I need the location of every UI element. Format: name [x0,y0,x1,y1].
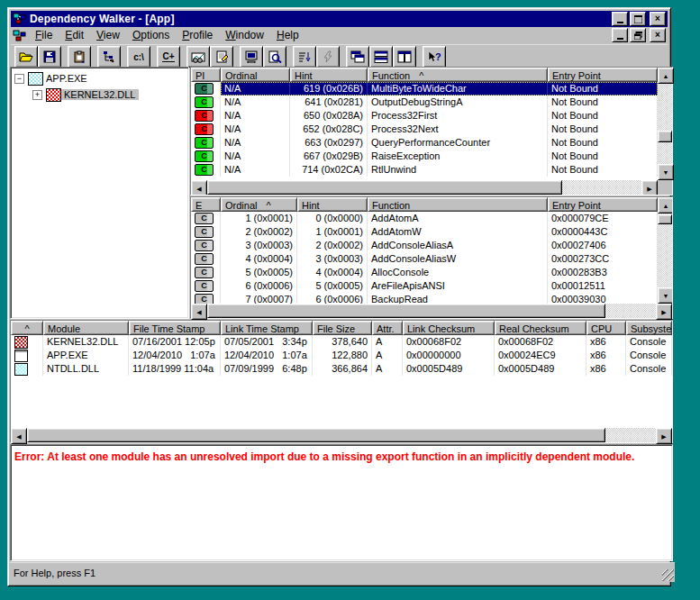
tile-horizontal-button[interactable] [369,46,393,68]
mdi-close-button[interactable]: × [650,28,666,42]
scroll-down-button[interactable]: ▼ [658,164,674,180]
import-rows: N/A619 (0x026B)MultiByteToWideCharNot Bo… [191,82,658,180]
scroll-left-button[interactable]: ◀ [191,304,207,320]
scroll-up-button[interactable]: ▲ [658,197,672,214]
module-row[interactable]: NTDLL.DLL 11/18/1999 11:04a 07/09/1999 6… [11,362,672,376]
horizontal-scrollbar-thumb[interactable] [207,304,605,318]
column-header-link-time-stamp[interactable]: Link Time Stamp [221,321,313,335]
import-row[interactable]: N/A714 (0x02CA)RtlUnwindNot Bound [191,163,658,177]
cascade-windows-button[interactable] [346,46,369,68]
collapse-expander-icon[interactable]: − [14,74,24,84]
export-row[interactable]: 4 (0x0004)3 (0x0003)AddConsoleAliasW0x00… [191,252,658,266]
minimize-button[interactable] [612,12,628,26]
export-row[interactable]: 2 (0x0002)1 (0x0001)AddAtomW0x0000443C [191,225,658,239]
menu-profile[interactable]: Profile [176,28,219,43]
module-row[interactable]: APP.EXE 12/04/2010 1:07a 12/04/2010 1:07… [11,349,672,362]
column-header-link-checksum[interactable]: Link Checksum [403,321,495,335]
close-button[interactable]: × [650,12,666,26]
open-button[interactable] [14,46,38,68]
column-header-ordinal[interactable]: Ordinal^ [221,197,297,212]
column-header-module[interactable]: Module [43,321,129,335]
column-header-attr[interactable]: Attr. [372,321,403,335]
module-horizontal-scrollbar[interactable]: ◀ ▶ [11,428,672,442]
menu-options[interactable]: Options [126,28,176,43]
module-header-row: ^ Module File Time Stamp Link Time Stamp… [11,321,672,335]
export-horizontal-scrollbar[interactable]: ◀ ▶ [191,304,672,318]
search-button[interactable] [263,46,286,68]
sort-button[interactable] [293,46,316,68]
vertical-scrollbar-thumb[interactable] [658,214,672,224]
title-bar[interactable]: Dependency Walker - [App] × [11,11,668,27]
module-row[interactable]: KERNEL32.DLL 07/16/2001 12:05p 07/05/200… [11,335,672,349]
properties-button[interactable] [210,46,233,68]
menu-help[interactable]: Help [270,28,305,43]
export-row[interactable]: 3 (0x0003)2 (0x0002)AddConsoleAliasA0x00… [191,239,658,252]
import-row[interactable]: N/A667 (0x029B)RaiseExceptionNot Bound [191,150,658,163]
column-header-ordinal[interactable]: Ordinal [221,68,290,82]
scroll-left-button[interactable]: ◀ [11,428,27,444]
column-header-hint[interactable]: Hint [297,197,368,212]
expand-expander-icon[interactable]: + [32,90,42,100]
import-horizontal-scrollbar[interactable]: ◀ ▶ [191,180,658,195]
column-header-file-size[interactable]: File Size [313,321,372,335]
column-header-subsystem[interactable]: Subsystem [626,321,672,335]
column-header-entry-point[interactable]: Entry Point [548,68,658,82]
menu-window[interactable]: Window [219,28,270,43]
column-header-cpu[interactable]: CPU [586,321,626,335]
column-header-pi[interactable]: PI [191,68,221,82]
import-row[interactable]: N/A641 (0x0281)OutputDebugStringANot Bou… [191,95,658,109]
column-header-file-time-stamp[interactable]: File Time Stamp [129,321,221,335]
export-row[interactable]: 7 (0x0007)6 (0x0006)BackupRead0x00039030 [191,293,658,304]
external-viewer-button[interactable] [186,46,210,68]
column-header-function[interactable]: Function [368,197,548,212]
vertical-scrollbar-thumb[interactable] [658,131,672,142]
system-info-button[interactable] [240,46,263,68]
tree-item-kernel32-dll[interactable]: + KERNEL32.DLL [32,86,188,103]
mdi-restore-button[interactable] [630,28,646,42]
full-paths-icon: c:\ [133,52,144,62]
menu-view[interactable]: View [90,28,126,43]
refresh-button[interactable] [316,46,340,68]
module-icon [28,72,43,86]
svg-text:?: ? [435,51,441,62]
undecorate-button[interactable]: C+ [157,46,180,68]
import-row[interactable]: N/A650 (0x028A)Process32FirstNot Bound [191,109,658,123]
import-row[interactable]: N/A619 (0x026B)MultiByteToWideCharNot Bo… [191,82,658,95]
column-header-sort[interactable]: ^ [11,321,43,335]
column-header-hint[interactable]: Hint [290,68,368,82]
scroll-right-button[interactable]: ▶ [656,428,672,444]
tile-vertical-button[interactable] [393,46,416,68]
export-row[interactable]: 1 (0x0001)0 (0x0000)AddAtomA0x000079CE [191,212,658,225]
import-vertical-scrollbar[interactable]: ▲ ▼ [658,68,672,180]
mdi-minimize-button[interactable] [612,28,628,42]
mdi-child-icon[interactable] [13,30,27,41]
maximize-button[interactable] [630,12,646,26]
scroll-left-button[interactable]: ◀ [191,180,207,195]
scroll-down-button[interactable]: ▼ [658,287,672,304]
full-paths-button[interactable]: c:\ [127,46,150,68]
auto-expand-button[interactable] [97,46,121,68]
save-button[interactable] [38,46,61,68]
scroll-right-button[interactable]: ▶ [656,304,672,320]
horizontal-scrollbar-thumb[interactable] [27,428,605,442]
column-header-real-checksum[interactable]: Real Checksum [495,321,586,335]
export-row[interactable]: 6 (0x0006)5 (0x0005)AreFileApisANSI0x000… [191,279,658,293]
export-row[interactable]: 5 (0x0005)4 (0x0004)AllocConsole0x000283… [191,266,658,279]
menu-edit[interactable]: Edit [59,28,90,43]
column-header-function[interactable]: Function^ [368,68,548,82]
import-row[interactable]: N/A652 (0x028C)Process32NextNot Bound [191,123,658,136]
tree-item-app-exe[interactable]: − APP.EXE [14,70,188,86]
horizontal-scrollbar-thumb[interactable] [207,180,562,195]
scroll-right-button[interactable]: ▶ [641,180,658,195]
c-function-icon [195,137,214,149]
import-row[interactable]: N/A663 (0x0297)QueryPerformanceCounterNo… [191,136,658,150]
export-vertical-scrollbar[interactable]: ▲ ▼ [658,197,672,304]
column-header-entry-point[interactable]: Entry Point [548,197,658,212]
copy-button[interactable] [68,46,91,68]
menu-file[interactable]: File [29,28,59,43]
context-help-button[interactable]: ? [423,46,446,68]
resize-grip[interactable] [662,569,674,581]
scroll-up-button[interactable]: ▲ [658,68,674,84]
column-header-e[interactable]: E [191,197,221,212]
save-icon [42,50,57,63]
